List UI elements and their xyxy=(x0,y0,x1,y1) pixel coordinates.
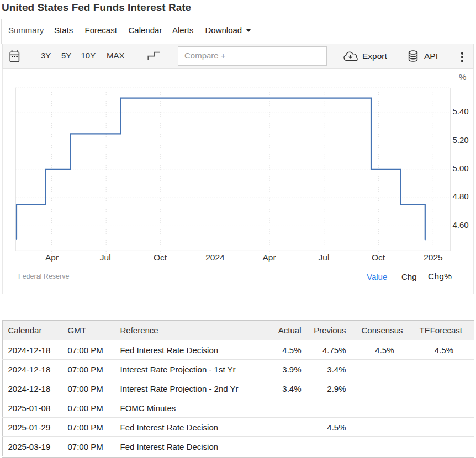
svg-text:Oct: Oct xyxy=(154,253,167,262)
svg-text:Apr: Apr xyxy=(45,253,59,262)
svg-text:5.00: 5.00 xyxy=(453,163,469,173)
svg-text:Oct: Oct xyxy=(372,253,385,262)
svg-text:4.80: 4.80 xyxy=(453,191,469,201)
svg-text:5.40: 5.40 xyxy=(453,106,469,116)
svg-text:2024: 2024 xyxy=(205,253,225,262)
svg-text:4.60: 4.60 xyxy=(453,220,469,230)
svg-text:5.20: 5.20 xyxy=(453,135,469,145)
svg-text:2025: 2025 xyxy=(424,253,442,262)
svg-text:Jul: Jul xyxy=(100,253,111,262)
svg-text:Apr: Apr xyxy=(263,253,276,262)
svg-text:%: % xyxy=(459,72,466,82)
svg-text:Jul: Jul xyxy=(319,253,330,262)
